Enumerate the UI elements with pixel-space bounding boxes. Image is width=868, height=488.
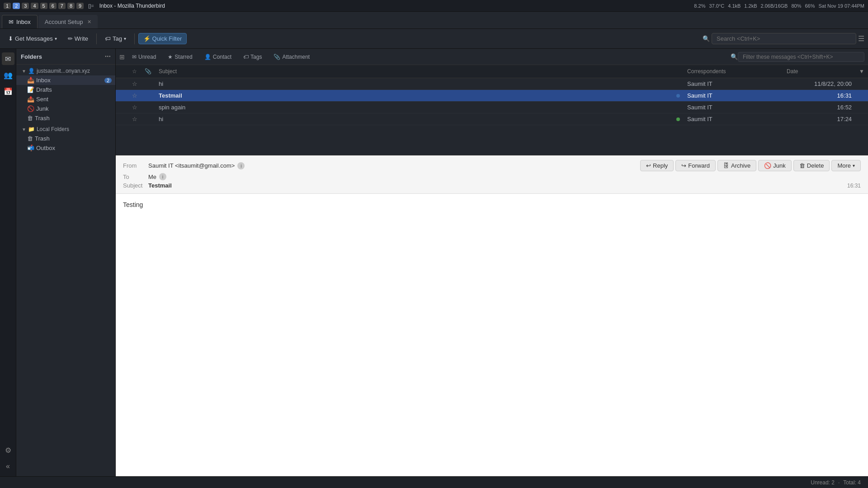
outbox-label: Outbox	[36, 145, 55, 151]
reply-button[interactable]: ↩ Reply	[640, 160, 674, 171]
col-correspondent-header[interactable]: Correspondents	[684, 65, 774, 78]
workspace-7[interactable]: 7	[58, 3, 66, 9]
workspace-3[interactable]: 3	[22, 3, 29, 9]
folder-item-junk[interactable]: 🚫 Junk	[16, 104, 115, 113]
to-info-icon[interactable]: i	[159, 173, 166, 180]
tag-dropdown-icon[interactable]: ▾	[124, 36, 126, 41]
reply-icon: ↩	[646, 162, 651, 169]
col-spam-header[interactable]	[673, 65, 684, 78]
junk-label: Junk	[773, 162, 785, 169]
workspace-5[interactable]: 5	[40, 3, 47, 9]
get-messages-button[interactable]: ⬇ Get Messages ▾	[4, 33, 61, 44]
email-dot-col	[673, 78, 684, 89]
email-tbody: ☆hiSaumit IT11/8/22, 20:00☆TestmailSaumi…	[116, 78, 868, 125]
from-info-icon[interactable]: i	[237, 162, 245, 169]
table-row[interactable]: ☆hiSaumit IT11/8/22, 20:00	[116, 78, 868, 89]
filter-starred-button[interactable]: ★ Starred	[163, 52, 197, 61]
star-icon[interactable]: ☆	[132, 92, 137, 99]
tag-button[interactable]: 🏷 Tag ▾	[100, 33, 131, 44]
archive-button[interactable]: 🗄 Archive	[717, 160, 756, 171]
folder-item-outbox[interactable]: 📬 Outbox	[16, 143, 115, 153]
folder-item-trash[interactable]: 🗑 Trash	[16, 113, 115, 123]
filter-contact-button[interactable]: 👤 Contact	[200, 52, 236, 61]
junk-button[interactable]: 🚫 Junk	[758, 160, 791, 171]
more-button[interactable]: More ▾	[831, 160, 861, 171]
star-icon[interactable]: ☆	[132, 116, 137, 122]
filter-search-icon: 🔍	[731, 53, 738, 60]
folder-item-inbox[interactable]: 📥 Inbox 2	[16, 75, 115, 85]
tab-account-setup[interactable]: Account Setup ×	[38, 15, 98, 28]
email-attach-col	[141, 89, 155, 101]
trash-icon: 🗑	[27, 115, 33, 122]
account-row[interactable]: ▼ 👤 justsaumit...onyan.xyz	[16, 66, 115, 75]
email-star-col[interactable]: ☆	[128, 101, 141, 113]
email-star-col[interactable]: ☆	[128, 78, 141, 89]
tab-close-icon[interactable]: ×	[87, 18, 91, 25]
workspace-9[interactable]: 9	[76, 3, 84, 9]
forward-button[interactable]: ↪ Forward	[675, 160, 716, 171]
get-messages-dropdown-icon[interactable]: ▾	[55, 36, 57, 41]
col-flag-header[interactable]	[116, 65, 128, 78]
email-flag-col[interactable]	[116, 113, 128, 125]
tab-inbox[interactable]: ✉ Inbox	[2, 15, 38, 28]
col-date-header[interactable]: Date	[783, 65, 855, 78]
search-bar: 🔍 ☰	[703, 33, 864, 44]
email-star-col[interactable]: ☆	[128, 89, 141, 101]
filter-unread-button[interactable]: ✉ Unread	[127, 52, 160, 61]
search-input[interactable]	[712, 33, 856, 44]
filter-search-input[interactable]	[738, 52, 864, 62]
filter-tags-button[interactable]: 🏷 Tags	[239, 52, 266, 61]
table-row[interactable]: ☆TestmailSaumit IT16:31	[116, 89, 868, 101]
email-correspondent-col: Saumit IT	[684, 78, 774, 89]
email-flag-col[interactable]	[116, 78, 128, 89]
email-sort2-col	[855, 78, 868, 89]
table-row[interactable]: ☆hiSaumit IT17:24	[116, 113, 868, 125]
table-row[interactable]: ☆spin againSaumit IT16:52	[116, 101, 868, 113]
sidebar-icon-address[interactable]: 👥	[2, 69, 14, 81]
col-star-header[interactable]: ☆	[128, 65, 141, 78]
dot-indicator	[676, 94, 680, 98]
write-button[interactable]: ✏ Write	[63, 33, 93, 44]
filter-contact-icon: 👤	[204, 54, 211, 60]
preview-body: Testing	[116, 194, 868, 476]
search-options-icon[interactable]: ☰	[858, 34, 864, 43]
folder-item-sent[interactable]: 📤 Sent	[16, 94, 115, 104]
folder-header-actions-icon[interactable]: ···	[105, 52, 111, 61]
workspace-6[interactable]: 6	[49, 3, 57, 9]
email-flag-col[interactable]	[116, 89, 128, 101]
workspace-4[interactable]: 4	[31, 3, 38, 9]
star-icon[interactable]: ☆	[132, 80, 137, 87]
delete-button[interactable]: 🗑 Delete	[793, 160, 830, 171]
preview-from-label: From	[123, 162, 146, 169]
sidebar-icon-mail[interactable]: ✉	[2, 52, 14, 65]
email-correspondent-col: Saumit IT	[684, 101, 774, 113]
account-icon: 👤	[28, 68, 35, 74]
dot-indicator	[676, 117, 680, 121]
col-attach-header[interactable]: 📎	[141, 65, 155, 78]
more-dropdown-icon: ▾	[853, 163, 855, 168]
filter-attachment-button[interactable]: 📎 Attachment	[269, 52, 314, 61]
filter-attachment-label: Attachment	[282, 54, 310, 60]
col-sort-header[interactable]	[774, 65, 783, 78]
filter-tags-icon: 🏷	[243, 54, 249, 60]
email-flag-col[interactable]	[116, 101, 128, 113]
workspace-1[interactable]: 1	[4, 3, 11, 9]
workspace-2-active[interactable]: 2	[13, 3, 20, 9]
system-bar-right: 8.2% 37.0°C 4.1kB 1.2kB 2.06B/16GB 80% 6…	[694, 3, 864, 9]
local-folders-row[interactable]: ▼ 📁 Local Folders	[16, 125, 115, 134]
star-icon[interactable]: ☆	[132, 104, 137, 111]
sidebar-icon-settings[interactable]: ⚙	[2, 444, 14, 456]
folder-item-local-trash[interactable]: 🗑 Trash	[16, 134, 115, 143]
sidebar-icon-collapse[interactable]: «	[2, 460, 14, 473]
cpu-stat: 8.2%	[694, 3, 705, 9]
email-attach-col	[141, 113, 155, 125]
workspace-8[interactable]: 8	[67, 3, 75, 9]
col-sort2-header[interactable]: ▼	[855, 65, 868, 78]
sidebar-icon-calendar[interactable]: 📅	[2, 85, 14, 98]
email-star-col[interactable]: ☆	[128, 113, 141, 125]
folder-item-drafts[interactable]: 📝 Drafts	[16, 85, 115, 94]
app-title: Inbox - Mozilla Thunderbird	[99, 3, 165, 9]
preview-to-field: To Me i	[123, 173, 861, 180]
col-subject-header[interactable]: Subject	[155, 65, 673, 78]
quick-filter-button[interactable]: ⚡ Quick Filter	[138, 33, 187, 44]
